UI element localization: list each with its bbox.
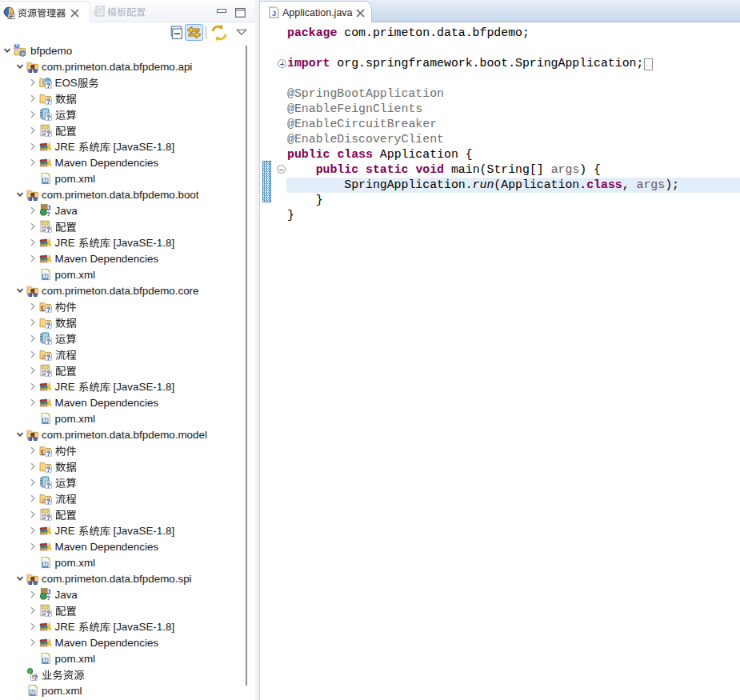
- svg-text:J: J: [272, 9, 276, 18]
